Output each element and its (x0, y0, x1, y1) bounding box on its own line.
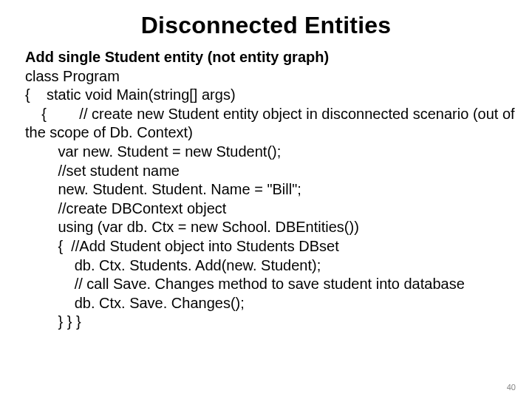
code-line: } } } (25, 313, 507, 332)
code-line: the scope of Db. Context) (25, 123, 507, 143)
code-line: db. Ctx. Students. Add(new. Student); (25, 256, 507, 276)
code-line: db. Ctx. Save. Changes(); (25, 294, 507, 313)
code-line: //set student name (25, 162, 507, 181)
code-line: { static void Main(string[] args) (25, 86, 507, 105)
subheading: Add single Student entity (not entity gr… (25, 48, 507, 67)
code-line: { //Add Student object into Students DBs… (25, 237, 507, 256)
page-number: 40 (507, 383, 516, 392)
code-line: { // create new Student entity object in… (25, 105, 507, 124)
code-line: //create DBContext object (25, 200, 507, 219)
slide-title: Disconnected Entities (0, 0, 532, 48)
slide: Disconnected Entities Add single Student… (0, 0, 532, 399)
code-line: new. Student. Student. Name = "Bill"; (25, 180, 507, 200)
code-line: class Program (25, 67, 507, 86)
code-line: using (var db. Ctx = new School. DBEntit… (25, 218, 507, 237)
code-line: var new. Student = new Student(); (25, 143, 507, 162)
slide-body: Add single Student entity (not entity gr… (0, 48, 532, 332)
code-line: // call Save. Changes method to save stu… (25, 275, 507, 294)
